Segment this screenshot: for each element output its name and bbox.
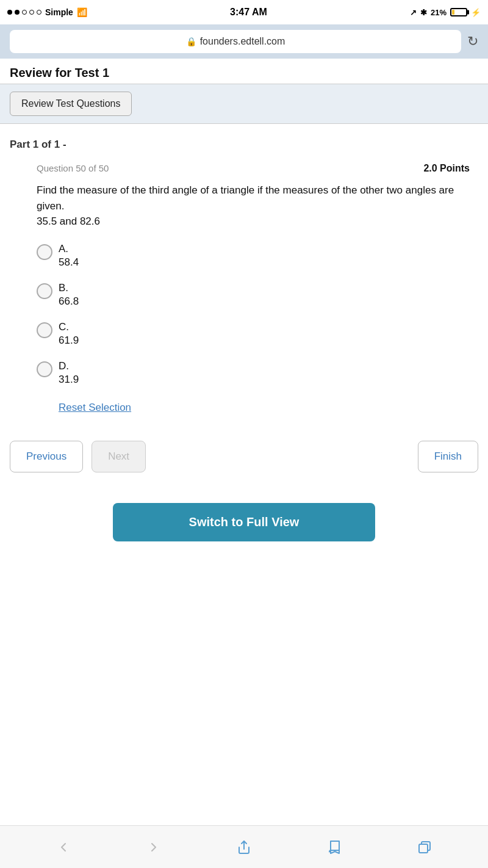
- bookmarks-button[interactable]: [321, 834, 348, 861]
- dot-5: [37, 10, 41, 15]
- battery-container: [450, 8, 467, 16]
- question-text: Find the measure of the third angle of a…: [37, 183, 470, 230]
- part-label: Part 1 of 1 -: [0, 124, 488, 156]
- charging-icon: ⚡: [471, 8, 481, 17]
- choice-d-value: 31.9: [59, 374, 79, 386]
- lock-icon: 🔒: [186, 37, 196, 46]
- next-button: Next: [92, 441, 146, 472]
- status-time: 3:47 AM: [230, 7, 267, 18]
- reset-selection-link[interactable]: Reset Selection: [59, 402, 131, 414]
- dot-3: [22, 10, 27, 15]
- button-bar: Review Test Questions: [0, 84, 488, 124]
- page-content: Review for Test 1 Review Test Questions …: [0, 59, 488, 825]
- radio-a[interactable]: [37, 244, 52, 260]
- question-block: Question 50 of 50 2.0 Points Find the me…: [0, 156, 488, 426]
- choice-c-value: 61.9: [59, 335, 79, 347]
- forward-button[interactable]: [140, 834, 167, 861]
- dot-2: [15, 10, 20, 15]
- carrier-label: Simple: [45, 7, 73, 17]
- status-bar: Simple 📶 3:47 AM ↗ ✱ 21% ⚡: [0, 0, 488, 24]
- choice-b-content: B. 66.8: [59, 282, 79, 308]
- choice-c-content: C. 61.9: [59, 321, 79, 347]
- bluetooth-icon: ✱: [420, 8, 427, 17]
- choice-b-letter: B.: [59, 282, 79, 294]
- battery-icon: [450, 8, 467, 16]
- radio-b[interactable]: [37, 283, 52, 299]
- choice-c[interactable]: C. 61.9: [37, 321, 470, 347]
- share-button[interactable]: [231, 834, 257, 861]
- previous-button[interactable]: Previous: [10, 441, 83, 472]
- review-test-questions-button[interactable]: Review Test Questions: [10, 92, 132, 116]
- url-text: founders.edtell.com: [200, 36, 285, 47]
- dot-1: [7, 10, 12, 15]
- finish-button[interactable]: Finish: [418, 441, 478, 472]
- choice-b-value: 66.8: [59, 295, 79, 308]
- wifi-icon: 📶: [77, 7, 87, 17]
- radio-d[interactable]: [37, 361, 52, 377]
- battery-fill: [452, 10, 454, 15]
- choice-d-content: D. 31.9: [59, 360, 79, 386]
- status-right: ↗ ✱ 21% ⚡: [410, 8, 481, 17]
- choice-a-value: 58.4: [59, 256, 79, 269]
- browser-bar: 🔒 founders.edtell.com ↻: [0, 24, 488, 59]
- location-icon: ↗: [410, 8, 417, 17]
- choice-c-letter: C.: [59, 321, 79, 333]
- choice-d-letter: D.: [59, 360, 79, 372]
- choice-a-letter: A.: [59, 243, 79, 255]
- choice-a[interactable]: A. 58.4: [37, 243, 470, 269]
- page-title: Review for Test 1: [10, 66, 478, 80]
- reload-button[interactable]: ↻: [467, 34, 478, 49]
- question-points: 2.0 Points: [423, 163, 470, 174]
- svg-rect-1: [419, 844, 428, 853]
- switch-view-area: Switch to Full View: [10, 503, 478, 541]
- choice-d[interactable]: D. 31.9: [37, 360, 470, 386]
- switch-to-full-view-button[interactable]: Switch to Full View: [113, 503, 375, 541]
- page-title-bar: Review for Test 1: [0, 59, 488, 84]
- dot-4: [29, 10, 34, 15]
- back-button[interactable]: [50, 834, 77, 861]
- bottom-nav: [0, 825, 488, 868]
- signal-dots: [7, 10, 41, 15]
- choice-b[interactable]: B. 66.8: [37, 282, 470, 308]
- tabs-button[interactable]: [411, 834, 438, 861]
- question-header: Question 50 of 50 2.0 Points: [37, 163, 470, 174]
- radio-c[interactable]: [37, 322, 52, 338]
- choice-a-content: A. 58.4: [59, 243, 79, 269]
- status-left: Simple 📶: [7, 7, 87, 17]
- battery-percent: 21%: [431, 8, 447, 17]
- question-number: Question 50 of 50: [37, 163, 109, 173]
- url-bar[interactable]: 🔒 founders.edtell.com: [10, 30, 461, 53]
- nav-bar: Previous Next Finish: [0, 426, 488, 485]
